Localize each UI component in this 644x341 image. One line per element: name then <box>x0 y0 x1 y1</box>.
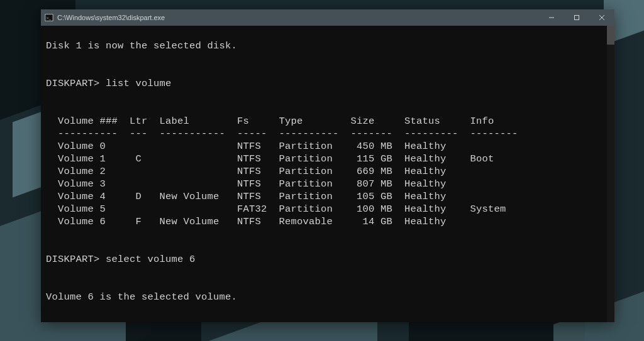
scrollbar-track[interactable] <box>607 26 614 322</box>
svg-text:>_: >_ <box>47 16 52 21</box>
minimize-button[interactable] <box>539 9 564 26</box>
command-list-volume: list volume <box>106 78 172 89</box>
table-header: Volume ### Ltr Label Fs Type Size Status… <box>46 116 494 127</box>
window-titlebar[interactable]: >_ C:\Windows\system32\diskpart.exe <box>41 9 614 26</box>
prompt: DISKPART> <box>46 254 100 265</box>
status-line: Volume 6 is the selected volume. <box>46 291 237 303</box>
command-select-volume: select volume 6 <box>106 254 196 265</box>
scrollbar-thumb[interactable] <box>607 26 614 45</box>
window-title: C:\Windows\system32\diskpart.exe <box>57 14 165 21</box>
status-line: Disk 1 is now the selected disk. <box>46 40 237 51</box>
table-row: Volume 5 FAT32 Partition 100 MB Healthy … <box>46 203 506 215</box>
table-row: Volume 2 NTFS Partition 669 MB Healthy <box>46 166 447 177</box>
cmd-icon: >_ <box>45 13 53 22</box>
table-row: Volume 4 D New Volume NTFS Partition 105… <box>46 191 447 202</box>
diskpart-window: >_ C:\Windows\system32\diskpart.exe Disk… <box>41 9 614 322</box>
table-divider: ---------- --- ----------- ----- -------… <box>46 128 518 139</box>
table-row: Volume 3 NTFS Partition 807 MB Healthy <box>46 178 447 190</box>
close-button[interactable] <box>589 9 614 26</box>
maximize-button[interactable] <box>564 9 589 26</box>
table-row: Volume 1 C NTFS Partition 115 GB Healthy… <box>46 153 494 165</box>
table-row: Volume 0 NTFS Partition 450 MB Healthy <box>46 141 447 152</box>
svg-rect-3 <box>575 16 579 20</box>
table-row: Volume 6 F New Volume NTFS Removable 14 … <box>46 216 447 227</box>
prompt: DISKPART> <box>46 78 100 89</box>
terminal-output[interactable]: Disk 1 is now the selected disk. DISKPAR… <box>41 26 614 322</box>
